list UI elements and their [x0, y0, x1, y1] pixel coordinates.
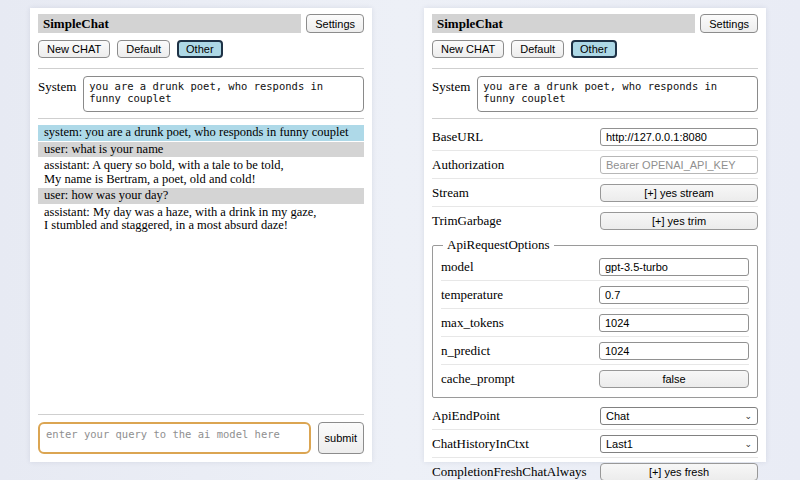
- setting-row-completion-fresh: CompletionFreshChatAlways [+] yes fresh: [432, 458, 758, 480]
- system-label: System: [432, 76, 470, 95]
- temperature-label: temperature: [441, 287, 599, 303]
- baseurl-label: BaseURL: [432, 129, 600, 145]
- chat-message-user: user: what is your name: [38, 142, 364, 158]
- chat-log: system: you are a drunk poet, who respon…: [38, 125, 364, 235]
- cache-prompt-toggle-button[interactable]: false: [599, 370, 749, 388]
- setting-row-n-predict: n_predict: [441, 337, 749, 365]
- model-label: model: [441, 259, 599, 275]
- settings-button[interactable]: Settings: [306, 14, 364, 33]
- authorization-label: Authorization: [432, 157, 600, 173]
- setting-row-max-tokens: max_tokens: [441, 309, 749, 337]
- chat-history-selected-value: Last1: [606, 438, 633, 450]
- divider: [432, 118, 758, 119]
- setting-row-authorization: Authorization: [432, 151, 758, 179]
- max-tokens-input[interactable]: [599, 314, 749, 332]
- system-prompt-row: System you are a drunk poet, who respond…: [38, 76, 364, 112]
- chat-message-user: user: how was your day?: [38, 188, 364, 204]
- api-endpoint-selected-value: Chat: [606, 410, 629, 422]
- api-endpoint-select[interactable]: Chat ⌄: [600, 407, 758, 425]
- header: SimpleChat Settings: [38, 14, 364, 33]
- max-tokens-label: max_tokens: [441, 315, 599, 331]
- settings-panel: SimpleChat Settings New CHAT Default Oth…: [424, 8, 766, 462]
- authorization-input[interactable]: [600, 156, 758, 174]
- trimgarbage-toggle-button[interactable]: [+] yes trim: [600, 212, 758, 230]
- divider: [38, 414, 364, 415]
- setting-row-model: model: [441, 253, 749, 281]
- api-request-options-legend: ApiRequestOptions: [443, 237, 554, 253]
- divider: [432, 68, 758, 69]
- chat-message-system: system: you are a drunk poet, who respon…: [38, 125, 364, 141]
- trimgarbage-label: TrimGarbage: [432, 213, 600, 229]
- new-chat-button[interactable]: New CHAT: [432, 40, 504, 58]
- divider: [38, 68, 364, 69]
- toolbar: New CHAT Default Other: [38, 40, 364, 58]
- cache-prompt-label: cache_prompt: [441, 371, 599, 387]
- completion-fresh-label: CompletionFreshChatAlways: [432, 464, 600, 480]
- app-title: SimpleChat: [38, 14, 301, 33]
- n-predict-label: n_predict: [441, 343, 599, 359]
- profile-tab-other[interactable]: Other: [177, 40, 223, 58]
- setting-row-trimgarbage: TrimGarbage [+] yes trim: [432, 207, 758, 234]
- page: SimpleChat Settings New CHAT Default Oth…: [0, 0, 800, 462]
- chevron-down-icon: ⌄: [744, 412, 752, 420]
- query-input[interactable]: [38, 422, 311, 454]
- stream-toggle-button[interactable]: [+] yes stream: [600, 184, 758, 202]
- settings-button[interactable]: Settings: [700, 14, 758, 33]
- chat-message-assistant: assistant: A query so bold, with a tale …: [38, 158, 364, 187]
- model-input[interactable]: [599, 258, 749, 276]
- n-predict-input[interactable]: [599, 342, 749, 360]
- chat-message-assistant: assistant: My day was a haze, with a dri…: [38, 205, 364, 234]
- profile-tab-other[interactable]: Other: [571, 40, 617, 58]
- submit-button[interactable]: submit: [318, 422, 364, 454]
- system-label: System: [38, 76, 76, 95]
- completion-fresh-toggle-button[interactable]: [+] yes fresh: [600, 463, 758, 480]
- baseurl-input[interactable]: [600, 128, 758, 146]
- stream-label: Stream: [432, 185, 600, 201]
- spacer: [38, 235, 364, 411]
- system-prompt-row: System you are a drunk poet, who respond…: [432, 76, 758, 112]
- temperature-input[interactable]: [599, 286, 749, 304]
- chevron-down-icon: ⌄: [744, 440, 752, 448]
- setting-row-api-endpoint: ApiEndPoint Chat ⌄: [432, 402, 758, 430]
- setting-row-baseurl: BaseURL: [432, 123, 758, 151]
- divider: [38, 118, 364, 119]
- chat-history-label: ChatHistoryInCtxt: [432, 436, 600, 452]
- app-title: SimpleChat: [432, 14, 695, 33]
- profile-tab-default[interactable]: Default: [117, 40, 170, 58]
- query-row: submit: [38, 422, 364, 454]
- toolbar: New CHAT Default Other: [432, 40, 758, 58]
- setting-row-chat-history: ChatHistoryInCtxt Last1 ⌄: [432, 430, 758, 458]
- header: SimpleChat Settings: [432, 14, 758, 33]
- new-chat-button[interactable]: New CHAT: [38, 40, 110, 58]
- chat-history-select[interactable]: Last1 ⌄: [600, 435, 758, 453]
- api-endpoint-label: ApiEndPoint: [432, 408, 600, 424]
- system-prompt-input[interactable]: you are a drunk poet, who responds in fu…: [83, 76, 364, 112]
- api-request-options-group: ApiRequestOptions model temperature max_…: [432, 237, 758, 398]
- chat-panel: SimpleChat Settings New CHAT Default Oth…: [30, 8, 372, 462]
- setting-row-cache-prompt: cache_prompt false: [441, 365, 749, 392]
- setting-row-temperature: temperature: [441, 281, 749, 309]
- profile-tab-default[interactable]: Default: [511, 40, 564, 58]
- setting-row-stream: Stream [+] yes stream: [432, 179, 758, 207]
- system-prompt-input[interactable]: you are a drunk poet, who responds in fu…: [477, 76, 758, 112]
